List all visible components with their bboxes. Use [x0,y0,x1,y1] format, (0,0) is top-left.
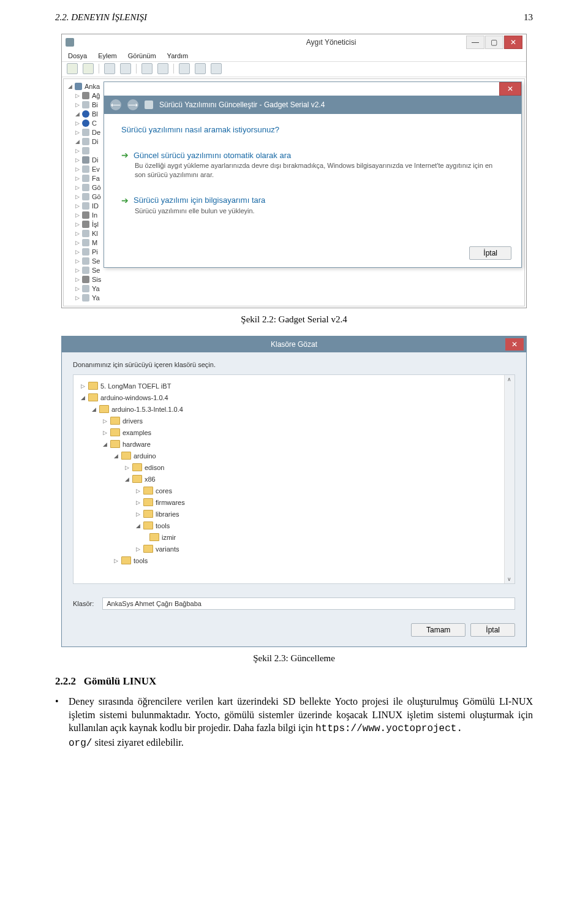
folder-row[interactable]: ▷drivers [77,415,511,427]
toolbar-icon[interactable] [120,63,131,74]
tree-row[interactable]: ▷Ya [75,293,521,302]
expand-icon[interactable]: ▷ [75,267,80,273]
folder-label: arduino [134,452,156,460]
expand-icon[interactable]: ▷ [75,102,80,108]
folder-row[interactable]: ▷examples [77,427,511,438]
expand-icon[interactable]: ▷ [80,383,86,389]
folder-row[interactable]: ▷variants [77,543,511,555]
folder-row[interactable]: ▷cores [77,485,511,496]
expand-icon[interactable]: ▷ [75,286,80,292]
toolbar-icon[interactable] [179,63,190,74]
expand-icon[interactable]: ▷ [135,499,141,506]
tree-row[interactable]: ▷Ya [75,284,521,293]
wizard-option-auto-desc: Bu özelliği aygıt yükleme ayarlarınızda … [135,161,504,180]
device-icon [82,129,89,136]
expand-icon[interactable]: ▷ [75,120,80,126]
expand-icon[interactable]: ◢ [67,83,72,89]
section-paragraph: Deney sırasında öğrencilere verilen kart… [69,695,533,750]
toolbar-icon[interactable] [195,63,206,74]
expand-icon[interactable]: ▷ [102,418,108,424]
menu-view[interactable]: Görünüm [128,52,156,59]
device-label: Ağ [92,92,100,99]
folder-row[interactable]: ▷tools [77,555,511,566]
expand-icon[interactable]: ▷ [75,175,80,181]
expand-icon[interactable]: ▷ [75,249,80,255]
expand-icon[interactable]: ▷ [135,488,141,494]
device-icon [82,175,89,182]
expand-icon[interactable]: ▷ [135,546,141,552]
wizard-cancel-button[interactable]: İptal [469,246,511,260]
folder-row[interactable]: ▷5. LongMan TOEFL iBT [77,380,511,392]
expand-icon[interactable]: ▷ [75,166,80,172]
maximize-button[interactable]: ▢ [485,36,503,49]
cancel-button[interactable]: İptal [470,623,515,637]
expand-icon[interactable]: ▷ [124,464,130,471]
folder-row[interactable]: ▷firmwares [77,496,511,508]
wizard-back-icon[interactable]: ⟵ [110,99,121,110]
expand-icon[interactable]: ▷ [75,184,80,191]
menu-action[interactable]: Eylem [98,52,117,59]
folder-row[interactable]: ◢hardware [77,438,511,450]
folder-row[interactable]: ◢x86 [77,473,511,485]
folder-row[interactable]: ▷edison [77,461,511,473]
forward-icon[interactable] [83,63,94,74]
expand-icon[interactable]: ◢ [102,441,108,447]
expand-icon[interactable]: ▷ [75,129,80,135]
toolbar-icon[interactable] [157,63,168,74]
toolbar-icon[interactable] [141,63,153,74]
expand-icon[interactable]: ▷ [75,276,80,282]
tree-row[interactable]: ▷Sis [75,275,521,284]
folder-tree[interactable]: ▷5. LongMan TOEFL iBT◢arduino-windows-1.… [73,374,515,584]
browse-folder-title: Klasöre Gözat [271,340,317,349]
toolbar-icon[interactable] [104,63,115,74]
expand-icon[interactable]: ◢ [135,523,141,529]
figure-caption-1: Şekil 2.2: Gadget Serial v2.4 [0,314,588,325]
expand-icon[interactable]: ▷ [102,430,108,436]
expand-icon[interactable]: ▷ [75,240,80,246]
wizard-option-browse[interactable]: ➔ Sürücü yazılımı için bilgisayarımı tar… [121,195,504,216]
folder-icon [143,510,153,518]
expand-icon[interactable]: ▷ [75,194,80,200]
wizard-option-auto[interactable]: ➔ Güncel sürücü yazılımını otomatik olar… [121,150,504,180]
folder-input[interactable]: AnkaSys Ahmet Çağrı Bağbaba [102,597,515,610]
menu-bar[interactable]: Dosya Eylem Görünüm Yardım [62,50,526,61]
expand-icon[interactable]: ◢ [113,453,119,459]
close-button[interactable]: ✕ [504,36,522,49]
expand-icon[interactable]: ▷ [75,93,80,99]
expand-icon[interactable]: ▷ [75,230,80,237]
folder-row[interactable]: ◢arduino [77,450,511,461]
menu-help[interactable]: Yardım [167,52,189,59]
expand-icon[interactable]: ▷ [75,221,80,227]
back-icon[interactable] [67,63,78,74]
minimize-button[interactable]: — [466,36,484,49]
device-icon [82,156,89,164]
expand-icon[interactable]: ◢ [75,111,80,117]
scrollbar[interactable] [504,375,514,583]
folder-label: x86 [145,476,156,483]
wizard-close-button[interactable]: ✕ [499,82,521,96]
expand-icon[interactable]: ▷ [75,157,80,163]
expand-icon[interactable]: ▷ [75,212,80,218]
folder-label: tools [156,522,170,529]
expand-icon[interactable]: ▷ [75,258,80,264]
expand-icon[interactable]: ▷ [113,558,119,564]
expand-icon[interactable]: ◢ [75,138,80,145]
expand-icon[interactable]: ▷ [135,511,141,517]
folder-row[interactable]: ◢arduino-windows-1.0.4 [77,392,511,403]
browse-folder-close-button[interactable]: ✕ [505,338,524,351]
folder-row[interactable]: izmir [77,531,511,543]
folder-row[interactable]: ◢arduino-1.5.3-Intel.1.0.4 [77,403,511,415]
expand-icon[interactable]: ▷ [75,295,80,301]
expand-icon[interactable]: ◢ [124,476,130,482]
expand-icon[interactable]: ▷ [75,148,80,154]
folder-label: cores [156,487,172,495]
folder-icon [132,475,142,483]
ok-button[interactable]: Tamam [411,623,466,637]
menu-file[interactable]: Dosya [68,52,87,59]
toolbar-icon[interactable] [211,63,222,74]
expand-icon[interactable]: ◢ [80,395,86,401]
expand-icon[interactable]: ▷ [75,203,80,209]
folder-row[interactable]: ▷libraries [77,508,511,520]
folder-row[interactable]: ◢tools [77,520,511,531]
expand-icon[interactable]: ◢ [91,406,97,412]
